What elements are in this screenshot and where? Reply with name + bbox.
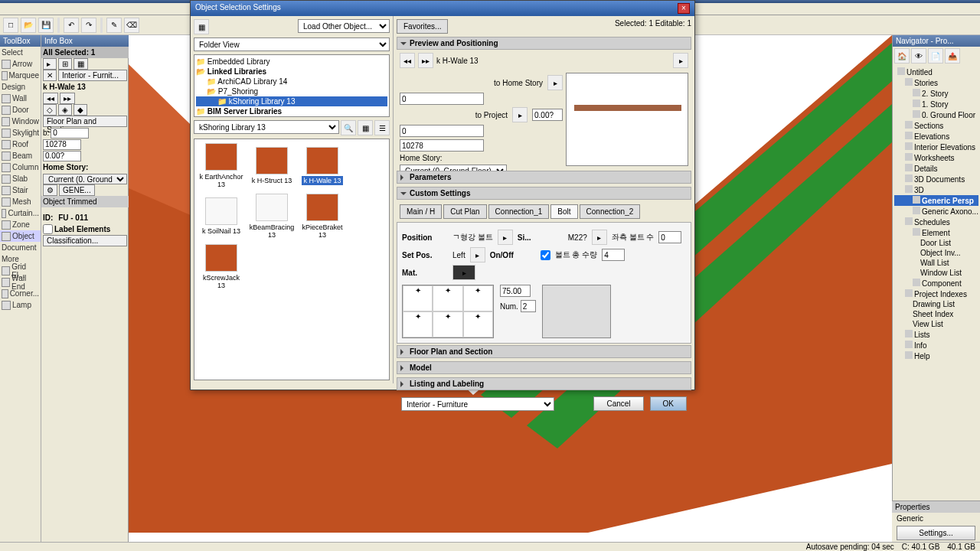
tree-help[interactable]: Help xyxy=(894,350,978,361)
fps-button[interactable]: Floor Plan and Section... xyxy=(43,116,127,127)
tree-3ddocs[interactable]: 3D Documents xyxy=(894,174,978,184)
label-elements-check[interactable] xyxy=(43,224,53,234)
save-icon[interactable]: 💾 xyxy=(38,18,54,33)
custom-section-bar[interactable]: Custom Settings xyxy=(397,187,691,200)
tool-mesh[interactable]: Mesh xyxy=(0,196,41,207)
tree-lists[interactable]: Lists xyxy=(894,329,978,340)
obj-earthanchor[interactable]: k EarthAnchor 13 xyxy=(198,142,245,190)
cancel-button[interactable]: Cancel xyxy=(593,396,643,411)
angle-input[interactable] xyxy=(43,151,81,161)
dim-input[interactable] xyxy=(500,285,531,297)
nav-view-icon[interactable]: 👁 xyxy=(911,48,926,64)
lib-bim[interactable]: 📁 BIM Server Libraries xyxy=(196,106,387,116)
tool-slab[interactable]: Slab xyxy=(0,173,41,184)
tool-door[interactable]: Door xyxy=(0,104,41,116)
tab-bolt[interactable]: Bolt xyxy=(550,204,577,219)
tool-skylight[interactable]: Skylight xyxy=(0,127,41,139)
ok-button[interactable]: OK xyxy=(650,396,687,411)
tool-curtain[interactable]: Curtain... xyxy=(0,207,41,219)
tree-sheet[interactable]: Sheet Index xyxy=(894,309,978,319)
tree-story0[interactable]: 0. Ground Floor xyxy=(894,109,978,120)
lib-p7[interactable]: 📂 P7_Shoring xyxy=(196,86,387,96)
tree-story1[interactable]: 1. Story xyxy=(894,99,978,109)
nav-publisher-icon[interactable]: 📤 xyxy=(945,48,960,64)
open-icon[interactable]: 📂 xyxy=(21,18,36,33)
fps-section-bar[interactable]: Floor Plan and Section xyxy=(397,345,691,358)
obj-piecebraket[interactable]: kPieceBraket 13 xyxy=(299,193,346,240)
model-section-bar[interactable]: Model xyxy=(397,361,691,374)
nav-project-icon[interactable]: 🏠 xyxy=(894,48,910,64)
tree-window[interactable]: Window List xyxy=(894,268,978,278)
tree-generic-axo[interactable]: Generic Axono... xyxy=(894,206,978,217)
tool-window[interactable]: Window xyxy=(0,116,41,127)
tool-corner[interactable]: Corner... xyxy=(0,288,41,299)
anchor1-icon[interactable]: ◇ xyxy=(43,104,57,116)
material-select[interactable]: ▸ xyxy=(452,265,475,280)
bolt-pattern-grid[interactable]: ✦✦✦ ✦✦✦ xyxy=(402,285,494,338)
tool-marquee[interactable]: Marquee xyxy=(0,70,41,81)
to-home-icon[interactable]: ▸ xyxy=(547,75,563,90)
tree-worksheets[interactable]: Worksheets xyxy=(894,152,978,163)
tree-view[interactable]: View List xyxy=(894,319,978,329)
obj-soilnail[interactable]: k SoilNail 13 xyxy=(198,193,245,240)
tab-conn2[interactable]: Connection_2 xyxy=(580,204,641,219)
tree-sections[interactable]: Sections xyxy=(894,120,978,131)
tool-stair[interactable]: Stair xyxy=(0,184,41,196)
view-mode-icon[interactable]: ▦ xyxy=(194,19,209,34)
close-icon[interactable]: × xyxy=(678,3,690,14)
redo-icon[interactable]: ↷ xyxy=(81,18,96,33)
eraser-icon[interactable]: ⌫ xyxy=(124,18,139,33)
view-list-icon[interactable]: ☰ xyxy=(374,120,390,135)
prev-obj-icon[interactable]: ◂◂ xyxy=(43,93,58,104)
tab-main[interactable]: Main / H xyxy=(400,204,442,219)
default-btn[interactable]: ▸ xyxy=(43,58,57,70)
tree-project[interactable]: Untitled xyxy=(894,67,978,77)
load-other-select[interactable]: Load Other Object... xyxy=(298,19,390,33)
gene-button[interactable]: GENE... xyxy=(59,184,95,196)
anchor2-icon[interactable]: ◈ xyxy=(58,104,72,116)
elev2-input[interactable] xyxy=(400,125,484,137)
preview-section-bar[interactable]: Preview and Positioning xyxy=(397,37,691,50)
lib-builtin[interactable]: 📁 Built-in Libraries xyxy=(196,116,387,117)
tree-generic-persp[interactable]: Generic Persp xyxy=(894,195,978,206)
next-object-icon[interactable]: ▸▸ xyxy=(418,53,433,68)
lib-archicad[interactable]: 📁 ArchiCAD Library 14 xyxy=(196,77,387,86)
tool-arrow[interactable]: Arrow xyxy=(0,58,41,70)
tree-interior[interactable]: Interior Elevations xyxy=(894,142,978,152)
tree-component[interactable]: Component xyxy=(894,278,978,289)
tool-wall[interactable]: Wall xyxy=(0,93,41,104)
tree-story2[interactable]: 2. Story xyxy=(894,88,978,99)
tree-details[interactable]: Details xyxy=(894,163,978,174)
setpos-select-icon[interactable]: ▸ xyxy=(470,247,485,262)
count-input[interactable] xyxy=(602,249,625,261)
next-obj-icon[interactable]: ▸▸ xyxy=(60,93,75,104)
tool-lamp[interactable]: Lamp xyxy=(0,299,41,311)
library-tree[interactable]: 📁 Embedded Library 📂 Linked Libraries 📁 … xyxy=(194,54,390,117)
side-input[interactable] xyxy=(658,231,681,243)
b-input[interactable] xyxy=(51,128,89,139)
tree-wall[interactable]: Wall List xyxy=(894,258,978,268)
tree-3d[interactable]: 3D xyxy=(894,184,978,195)
lib-linked[interactable]: 📂 Linked Libraries xyxy=(196,67,387,77)
dlg-layer-select[interactable]: Interior - Furniture xyxy=(401,397,554,411)
geo-method-btn[interactable]: ⊞ xyxy=(58,58,72,70)
tool-roof[interactable]: Roof xyxy=(0,139,41,150)
obj-hstruct[interactable]: k H-Struct 13 xyxy=(248,142,296,190)
parameters-section-bar[interactable]: Parameters xyxy=(397,171,691,184)
tree-indexes[interactable]: Project Indexes xyxy=(894,289,978,299)
num-input[interactable] xyxy=(521,300,536,312)
classification-button[interactable]: Classification... xyxy=(43,235,127,246)
tree-stories[interactable]: Stories xyxy=(894,77,978,88)
folder-view-select[interactable]: Folder View xyxy=(194,37,390,51)
tool-beam[interactable]: Beam xyxy=(0,150,41,161)
onoff-check[interactable] xyxy=(541,250,550,260)
tab-conn1[interactable]: Connection_1 xyxy=(488,204,550,219)
tree-schedules[interactable]: Schedules xyxy=(894,217,978,227)
layer-icon[interactable]: ✕ xyxy=(43,70,57,81)
tree-drawing[interactable]: Drawing List xyxy=(894,299,978,309)
layer-select[interactable]: Interior - Furnit... xyxy=(58,70,127,81)
lib-embedded[interactable]: 📁 Embedded Library xyxy=(196,57,387,67)
length-input[interactable] xyxy=(43,139,81,150)
id-input[interactable] xyxy=(400,139,484,152)
view-large-icon[interactable]: ▦ xyxy=(358,120,373,135)
